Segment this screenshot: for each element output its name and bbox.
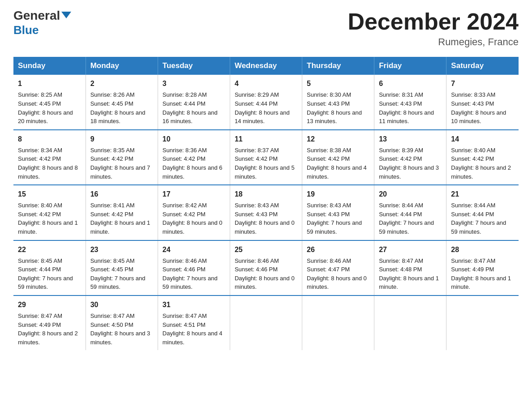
col-header-monday: Monday	[86, 57, 158, 75]
day-info: Sunrise: 8:25 AMSunset: 4:45 PMDaylight:…	[18, 91, 73, 124]
title-section: December 2024 Rumegies, France	[348, 9, 519, 48]
page-header: General Blue December 2024 Rumegies, Fra…	[13, 9, 519, 48]
day-number: 2	[90, 78, 153, 89]
calendar-cell	[374, 295, 446, 350]
day-info: Sunrise: 8:38 AMSunset: 4:42 PMDaylight:…	[307, 147, 367, 180]
day-number: 7	[451, 78, 514, 89]
col-header-friday: Friday	[374, 57, 446, 75]
calendar-cell: 12Sunrise: 8:38 AMSunset: 4:42 PMDayligh…	[302, 130, 374, 185]
day-info: Sunrise: 8:46 AMSunset: 4:46 PMDaylight:…	[235, 257, 295, 291]
calendar-cell: 14Sunrise: 8:40 AMSunset: 4:42 PMDayligh…	[446, 130, 519, 185]
calendar-cell: 1Sunrise: 8:25 AMSunset: 4:45 PMDaylight…	[13, 75, 86, 129]
day-number: 17	[163, 189, 225, 199]
calendar-cell: 17Sunrise: 8:42 AMSunset: 4:42 PMDayligh…	[158, 185, 230, 240]
calendar-cell: 20Sunrise: 8:44 AMSunset: 4:44 PMDayligh…	[374, 185, 446, 240]
calendar-cell	[302, 295, 374, 350]
day-number: 4	[235, 78, 297, 89]
col-header-sunday: Sunday	[13, 57, 86, 75]
day-number: 19	[307, 189, 369, 199]
calendar-cell: 28Sunrise: 8:47 AMSunset: 4:49 PMDayligh…	[446, 240, 519, 295]
day-info: Sunrise: 8:33 AMSunset: 4:43 PMDaylight:…	[451, 91, 506, 124]
day-number: 10	[163, 134, 225, 144]
calendar-cell: 18Sunrise: 8:43 AMSunset: 4:43 PMDayligh…	[230, 185, 302, 240]
calendar-cell: 27Sunrise: 8:47 AMSunset: 4:48 PMDayligh…	[374, 240, 446, 295]
day-number: 1	[18, 78, 81, 89]
calendar-cell: 25Sunrise: 8:46 AMSunset: 4:46 PMDayligh…	[230, 240, 302, 295]
calendar-cell: 15Sunrise: 8:40 AMSunset: 4:42 PMDayligh…	[13, 185, 86, 240]
day-number: 15	[18, 189, 81, 199]
day-info: Sunrise: 8:44 AMSunset: 4:44 PMDaylight:…	[379, 202, 434, 235]
day-info: Sunrise: 8:41 AMSunset: 4:42 PMDaylight:…	[90, 202, 150, 235]
day-number: 31	[163, 300, 225, 310]
day-number: 24	[163, 244, 225, 255]
day-number: 16	[90, 189, 153, 199]
day-number: 20	[379, 189, 442, 199]
day-info: Sunrise: 8:47 AMSunset: 4:50 PMDaylight:…	[90, 313, 150, 346]
col-header-tuesday: Tuesday	[158, 57, 230, 75]
calendar-cell: 21Sunrise: 8:44 AMSunset: 4:44 PMDayligh…	[446, 185, 519, 240]
day-number: 22	[18, 244, 81, 255]
day-info: Sunrise: 8:45 AMSunset: 4:45 PMDaylight:…	[90, 257, 146, 291]
logo: General Blue	[13, 9, 71, 36]
calendar-cell: 3Sunrise: 8:28 AMSunset: 4:44 PMDaylight…	[158, 75, 230, 129]
calendar-cell: 19Sunrise: 8:43 AMSunset: 4:43 PMDayligh…	[302, 185, 374, 240]
day-info: Sunrise: 8:45 AMSunset: 4:44 PMDaylight:…	[18, 257, 73, 291]
day-number: 23	[90, 244, 153, 255]
day-info: Sunrise: 8:28 AMSunset: 4:44 PMDaylight:…	[163, 91, 218, 124]
calendar-cell: 10Sunrise: 8:36 AMSunset: 4:42 PMDayligh…	[158, 130, 230, 185]
day-info: Sunrise: 8:37 AMSunset: 4:42 PMDaylight:…	[235, 147, 295, 180]
day-number: 21	[451, 189, 514, 199]
calendar-cell: 16Sunrise: 8:41 AMSunset: 4:42 PMDayligh…	[86, 185, 158, 240]
day-number: 13	[379, 134, 442, 144]
calendar-cell: 29Sunrise: 8:47 AMSunset: 4:49 PMDayligh…	[13, 295, 86, 350]
calendar-cell: 7Sunrise: 8:33 AMSunset: 4:43 PMDaylight…	[446, 75, 519, 129]
calendar-cell	[446, 295, 519, 350]
calendar-table: SundayMondayTuesdayWednesdayThursdayFrid…	[13, 57, 519, 350]
month-title: December 2024	[348, 9, 519, 34]
calendar-week-row: 15Sunrise: 8:40 AMSunset: 4:42 PMDayligh…	[13, 185, 519, 240]
day-info: Sunrise: 8:26 AMSunset: 4:45 PMDaylight:…	[90, 91, 146, 124]
day-info: Sunrise: 8:35 AMSunset: 4:42 PMDaylight:…	[90, 147, 150, 180]
day-number: 26	[307, 244, 369, 255]
calendar-week-row: 8Sunrise: 8:34 AMSunset: 4:42 PMDaylight…	[13, 130, 519, 185]
day-info: Sunrise: 8:46 AMSunset: 4:47 PMDaylight:…	[307, 257, 367, 291]
calendar-cell: 8Sunrise: 8:34 AMSunset: 4:42 PMDaylight…	[13, 130, 86, 185]
calendar-week-row: 22Sunrise: 8:45 AMSunset: 4:44 PMDayligh…	[13, 240, 519, 295]
calendar-cell: 22Sunrise: 8:45 AMSunset: 4:44 PMDayligh…	[13, 240, 86, 295]
day-info: Sunrise: 8:43 AMSunset: 4:43 PMDaylight:…	[307, 202, 362, 235]
day-number: 9	[90, 134, 153, 144]
day-number: 27	[379, 244, 442, 255]
calendar-week-row: 1Sunrise: 8:25 AMSunset: 4:45 PMDaylight…	[13, 75, 519, 129]
calendar-cell	[230, 295, 302, 350]
day-number: 14	[451, 134, 514, 144]
calendar-cell: 23Sunrise: 8:45 AMSunset: 4:45 PMDayligh…	[86, 240, 158, 295]
day-number: 29	[18, 300, 81, 310]
day-info: Sunrise: 8:46 AMSunset: 4:46 PMDaylight:…	[163, 257, 218, 291]
calendar-cell: 9Sunrise: 8:35 AMSunset: 4:42 PMDaylight…	[86, 130, 158, 185]
calendar-cell: 30Sunrise: 8:47 AMSunset: 4:50 PMDayligh…	[86, 295, 158, 350]
day-number: 12	[307, 134, 369, 144]
day-info: Sunrise: 8:43 AMSunset: 4:43 PMDaylight:…	[235, 202, 295, 235]
location: Rumegies, France	[348, 36, 519, 48]
day-number: 30	[90, 300, 153, 310]
day-info: Sunrise: 8:31 AMSunset: 4:43 PMDaylight:…	[379, 91, 434, 124]
calendar-cell: 2Sunrise: 8:26 AMSunset: 4:45 PMDaylight…	[86, 75, 158, 129]
day-number: 8	[18, 134, 81, 144]
day-info: Sunrise: 8:47 AMSunset: 4:48 PMDaylight:…	[379, 257, 439, 291]
day-info: Sunrise: 8:47 AMSunset: 4:49 PMDaylight:…	[451, 257, 511, 291]
day-info: Sunrise: 8:30 AMSunset: 4:43 PMDaylight:…	[307, 91, 362, 124]
day-info: Sunrise: 8:39 AMSunset: 4:42 PMDaylight:…	[379, 147, 439, 180]
col-header-thursday: Thursday	[302, 57, 374, 75]
day-number: 3	[163, 78, 225, 89]
day-number: 28	[451, 244, 514, 255]
col-header-wednesday: Wednesday	[230, 57, 302, 75]
day-info: Sunrise: 8:44 AMSunset: 4:44 PMDaylight:…	[451, 202, 506, 235]
calendar-cell: 26Sunrise: 8:46 AMSunset: 4:47 PMDayligh…	[302, 240, 374, 295]
day-number: 11	[235, 134, 297, 144]
day-info: Sunrise: 8:34 AMSunset: 4:42 PMDaylight:…	[18, 147, 78, 180]
day-info: Sunrise: 8:29 AMSunset: 4:44 PMDaylight:…	[235, 91, 290, 124]
calendar-week-row: 29Sunrise: 8:47 AMSunset: 4:49 PMDayligh…	[13, 295, 519, 350]
day-number: 5	[307, 78, 369, 89]
day-info: Sunrise: 8:47 AMSunset: 4:49 PMDaylight:…	[18, 313, 78, 346]
day-number: 25	[235, 244, 297, 255]
